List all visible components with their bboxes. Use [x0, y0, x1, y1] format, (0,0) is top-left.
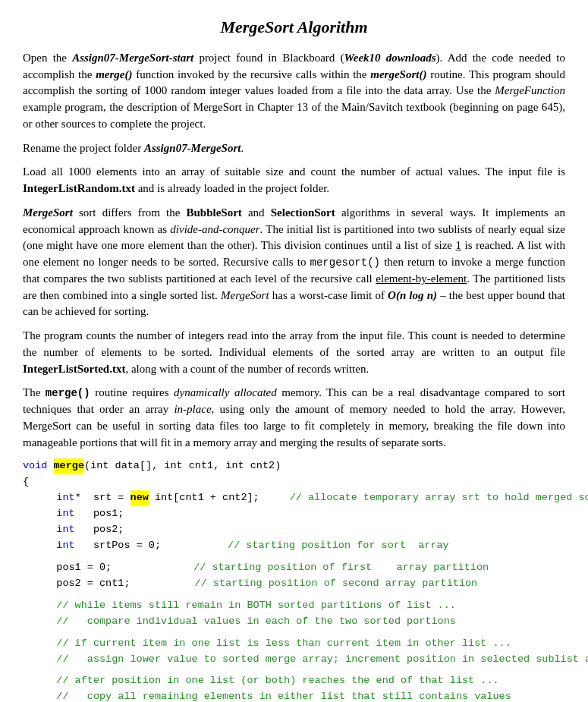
code-comment-while-1: // while items still remain in BOTH sort… [23, 598, 565, 614]
blank-line-2 [23, 592, 565, 598]
blank-line-4 [23, 667, 565, 673]
code-block: void merge (int data[], int cnt1, int cn… [23, 458, 565, 702]
code-line-signature: void merge (int data[], int cnt1, int cn… [23, 458, 565, 474]
code-line-pos2-init: pos2 = cnt1; // starting position of sec… [23, 576, 565, 592]
code-line-open-brace: { [23, 474, 565, 490]
comment-srt-alloc: // allocate temporary array srt to hold … [290, 490, 588, 506]
code-comment-after-1: // after position in one list (or both) … [23, 673, 565, 689]
blank-line-3 [23, 630, 565, 636]
code-space [47, 458, 53, 474]
code-line-srtpos-decl: int srtPos = 0; // starting position for… [23, 538, 565, 554]
code-line-pos2-decl: int pos2; [23, 522, 565, 538]
comment-pos1-init: // starting position of first array part… [193, 560, 489, 576]
paragraph-3: Load all 1000 elements into an array of … [23, 164, 565, 197]
paragraph-6: The merge() routine requires dynamically… [23, 385, 565, 451]
paragraph-1: Open the Assign07-MergeSort-start projec… [23, 50, 565, 133]
paragraph-5: The program counts the number of integer… [23, 328, 565, 377]
paragraph-2: Rename the project folder Assign07-Merge… [23, 140, 565, 157]
code-line-pos1-decl: int pos1; [23, 506, 565, 522]
comment-srtpos: // starting position for sort array [228, 538, 449, 554]
code-comment-while-2: // compare individual values in each of … [23, 614, 565, 630]
code-params: (int data[], int cnt1, int cnt2) [84, 458, 281, 474]
code-comment-if-2: // assign lower value to sorted merge ar… [23, 652, 565, 668]
code-comment-after-2: // copy all remaining elements in either… [23, 689, 565, 702]
function-name-merge: merge [54, 458, 85, 474]
blank-line-1 [23, 554, 565, 560]
code-comment-if-1: // if current item in one list is less t… [23, 636, 565, 652]
paragraph-4: MergeSort sort differs from the BubbleSo… [23, 205, 565, 320]
code-line-srt-decl: int* srt = new int[cnt1 + cnt2]; // allo… [23, 490, 565, 506]
page-title: MergeSort Algorithm [23, 15, 565, 39]
code-line-pos1-init: pos1 = 0; // starting position of first … [23, 560, 565, 576]
keyword-void: void [23, 458, 47, 474]
comment-pos2-init: // starting position of second array par… [195, 576, 478, 592]
keyword-new: new [130, 490, 149, 506]
